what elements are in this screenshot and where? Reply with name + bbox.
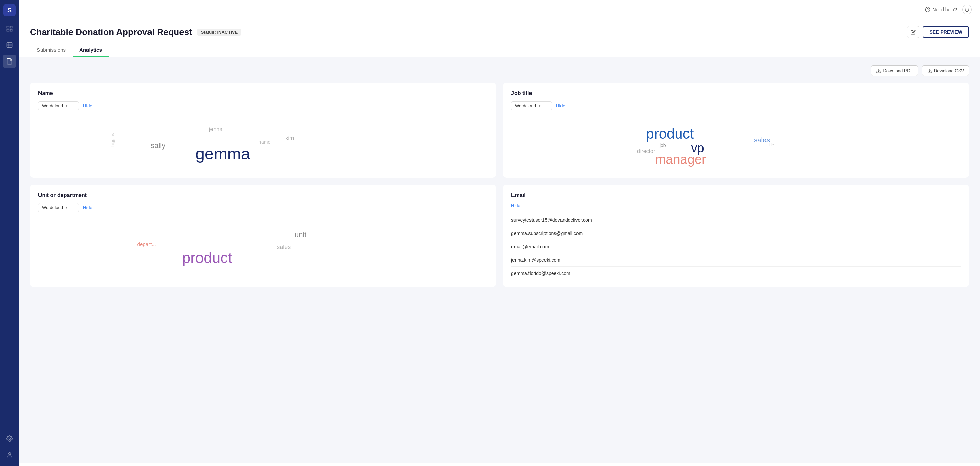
list-item: jenna.kim@speeki.com	[511, 254, 961, 267]
unit-dept-wordcloud-select[interactable]: Wordcloud ▾	[38, 203, 79, 212]
tab-submissions[interactable]: Submissions	[30, 44, 73, 57]
svg-rect-4	[7, 43, 12, 48]
download-bar: Download PDF Download CSV	[30, 65, 969, 76]
word-product-dept: product	[182, 251, 232, 265]
name-card-controls: Wordcloud ▾ Hide	[38, 101, 488, 110]
svg-rect-1	[10, 26, 12, 28]
tab-analytics[interactable]: Analytics	[73, 44, 109, 57]
word-name: name	[258, 140, 270, 144]
job-title-hide-link[interactable]: Hide	[556, 103, 565, 109]
job-title-card-controls: Wordcloud ▾ Hide	[511, 101, 961, 110]
job-title-wordcloud-select[interactable]: Wordcloud ▾	[511, 101, 552, 110]
help-button[interactable]: Need help?	[925, 7, 957, 12]
word-jenna: jenna	[209, 127, 222, 132]
topbar: Need help?	[19, 0, 980, 19]
word-sales: sales	[754, 137, 770, 144]
list-item: email@email.com	[511, 240, 961, 254]
email-card-title: Email	[511, 192, 961, 198]
chevron-down-icon: ▾	[539, 104, 541, 108]
word-vp: vp	[691, 142, 704, 154]
email-card-controls: Hide	[511, 203, 961, 208]
unit-department-card-title: Unit or department	[38, 192, 488, 198]
word-unit: unit	[294, 231, 307, 239]
email-list: surveytestuser15@devanddeliver.com gemma…	[511, 214, 961, 280]
page-header: Charitable Donation Approval Request Sta…	[19, 19, 980, 57]
word-kim: kim	[286, 136, 294, 141]
word-job: job	[660, 143, 666, 148]
svg-rect-0	[7, 26, 9, 28]
sidebar-item-home[interactable]	[3, 22, 16, 35]
page-title: Charitable Donation Approval Request	[30, 27, 192, 37]
word-director: director	[637, 148, 655, 154]
name-hide-link[interactable]: Hide	[83, 103, 92, 109]
sidebar-logo[interactable]: S	[3, 4, 16, 16]
word-title: title	[767, 143, 774, 147]
download-pdf-button[interactable]: Download PDF	[871, 65, 918, 76]
word-product: product	[646, 127, 694, 141]
word-sales-dept: sales	[277, 244, 291, 250]
preview-button[interactable]: SEE PREVIEW	[923, 26, 969, 38]
job-title-card: Job title Wordcloud ▾ Hide product manag…	[503, 83, 969, 178]
chevron-down-icon: ▾	[66, 206, 68, 210]
word-depart: depart...	[137, 241, 156, 247]
word-sally: sally	[151, 142, 165, 150]
user-icon[interactable]	[3, 448, 16, 462]
name-card: Name Wordcloud ▾ Hide gemma sally jenna …	[30, 83, 496, 178]
chevron-down-icon: ▾	[66, 104, 68, 108]
job-title-card-title: Job title	[511, 90, 961, 96]
unit-department-card-controls: Wordcloud ▾ Hide	[38, 203, 488, 212]
cards-grid: Name Wordcloud ▾ Hide gemma sally jenna …	[30, 83, 969, 287]
svg-rect-3	[10, 29, 12, 31]
email-card: Email Hide surveytestuser15@devanddelive…	[503, 185, 969, 287]
analytics-content: Download PDF Download CSV Name Wordcloud…	[19, 57, 980, 463]
status-badge: Status: INACTIVE	[197, 29, 241, 36]
name-card-title: Name	[38, 90, 488, 96]
name-wordcloud-select[interactable]: Wordcloud ▾	[38, 101, 79, 110]
unit-dept-wordcloud: product unit sales depart...	[38, 218, 488, 272]
sidebar-item-chart[interactable]	[3, 38, 16, 52]
sidebar-item-document[interactable]	[3, 54, 16, 68]
edit-button[interactable]	[907, 26, 920, 38]
svg-point-9	[8, 453, 11, 455]
svg-point-8	[9, 438, 11, 440]
job-title-wordcloud: product manager vp sales director job ti…	[511, 116, 961, 170]
main-content: Need help? Charitable Donation Approval …	[19, 0, 980, 466]
svg-rect-2	[7, 29, 9, 31]
email-hide-link[interactable]: Hide	[511, 203, 520, 208]
tabs: Submissions Analytics	[30, 44, 969, 57]
download-csv-button[interactable]: Download CSV	[922, 65, 969, 76]
page: Charitable Donation Approval Request Sta…	[19, 19, 980, 466]
settings-icon[interactable]	[3, 432, 16, 445]
word-higgins: higgins	[110, 133, 115, 147]
unit-department-card: Unit or department Wordcloud ▾ Hide prod…	[30, 185, 496, 287]
list-item: surveytestuser15@devanddeliver.com	[511, 214, 961, 227]
list-item: gemma.florido@speeki.com	[511, 267, 961, 280]
word-gemma: gemma	[196, 146, 250, 162]
power-button[interactable]	[962, 5, 972, 14]
unit-dept-hide-link[interactable]: Hide	[83, 205, 92, 210]
name-wordcloud: gemma sally jenna kim name higgins	[38, 116, 488, 170]
sidebar: S	[0, 0, 19, 466]
header-actions: SEE PREVIEW	[907, 26, 969, 38]
list-item: gemma.subscriptions@gmail.com	[511, 227, 961, 240]
